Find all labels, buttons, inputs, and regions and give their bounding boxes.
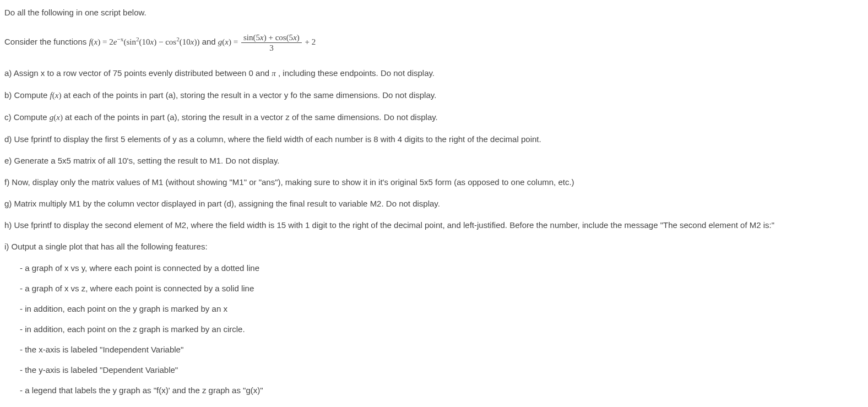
minus: −	[156, 37, 165, 46]
cos-1: cos	[165, 37, 176, 46]
sub-ylabel: - the y-axis is labeled "Dependent Varia…	[20, 364, 864, 376]
part-b-suffix: at each of the points in part (a), stori…	[61, 90, 436, 100]
x-var-2: x	[225, 37, 229, 46]
functions-definition: Consider the functions f(x) = 2e−x(sin2(…	[4, 32, 864, 53]
num-5b: (5	[286, 33, 294, 42]
neg-x-sup-txt: −x	[117, 36, 123, 42]
part-f: f) Now, display only the matrix values o…	[4, 176, 864, 188]
consider-prefix: Consider the functions	[4, 37, 89, 46]
part-a-suffix: , including these endpoints. Do not disp…	[276, 68, 435, 78]
pi-symbol: π	[272, 69, 276, 78]
part-i: i) Output a single plot that has all the…	[4, 241, 864, 252]
sub-y-mark-x: - in addition, each point on the y graph…	[20, 303, 864, 314]
x-var-c: x	[56, 113, 60, 122]
and-text: and	[199, 37, 218, 46]
num-cos: ) + cos	[264, 33, 286, 42]
sub-dotted-line: - a graph of x vs y, where each point is…	[20, 262, 864, 274]
num-x2: x	[293, 33, 297, 42]
num-x1: x	[260, 33, 264, 42]
part-b: b) Compute f(x) at each of the points in…	[4, 89, 864, 101]
part-e: e) Generate a 5x5 matrix of all 10's, se…	[4, 155, 864, 166]
sub-solid-line: - a graph of x vs z, where each point is…	[20, 283, 864, 294]
num-close: )	[297, 33, 300, 42]
sub-grid: - a grid is overlaid on the entire plot	[20, 405, 864, 407]
part-g: g) Matrix multiply M1 by the column vect…	[4, 198, 864, 209]
part-h: h) Use fprintf to display the second ele…	[4, 219, 864, 231]
part-b-prefix: b) Compute	[4, 90, 50, 100]
part-c-prefix: c) Compute	[4, 112, 50, 122]
num-sin: sin	[243, 33, 253, 42]
part-a-prefix: a) Assign x to a row vector of 75 points…	[4, 68, 272, 78]
fraction-denominator: 3	[241, 43, 302, 53]
sin-1: sin	[126, 37, 136, 46]
fraction-numerator: sin(5x) + cos(5x)	[241, 32, 302, 43]
num-5a: (5	[253, 33, 261, 42]
two: 2	[109, 37, 113, 46]
sub-z-mark-circle: - in addition, each point on the z graph…	[20, 323, 864, 335]
part-a: a) Assign x to a row vector of 75 points…	[4, 67, 864, 79]
intro-text: Do all the following in one script below…	[4, 7, 864, 18]
eq-1: =	[100, 37, 109, 46]
part-c: c) Compute g(x) at each of the points in…	[4, 111, 864, 123]
neg-x-sup: −x	[117, 36, 123, 42]
ten-x-2-a: 10	[182, 37, 191, 46]
sub-legend: - a legend that labels the y graph as "f…	[20, 384, 864, 396]
ten-x-1-a: 10	[142, 37, 150, 46]
fraction: sin(5x) + cos(5x)3	[241, 32, 302, 53]
plus-two: + 2	[303, 37, 316, 46]
part-c-suffix: at each of the points in part (a), stori…	[63, 112, 438, 122]
part-i-sublist: - a graph of x vs y, where each point is…	[4, 262, 864, 407]
eq-2: =	[231, 37, 240, 46]
part-d: d) Use fprintf to display the first 5 el…	[4, 133, 864, 145]
sub-xlabel: - the x-axis is labeled "Independent Var…	[20, 344, 864, 355]
